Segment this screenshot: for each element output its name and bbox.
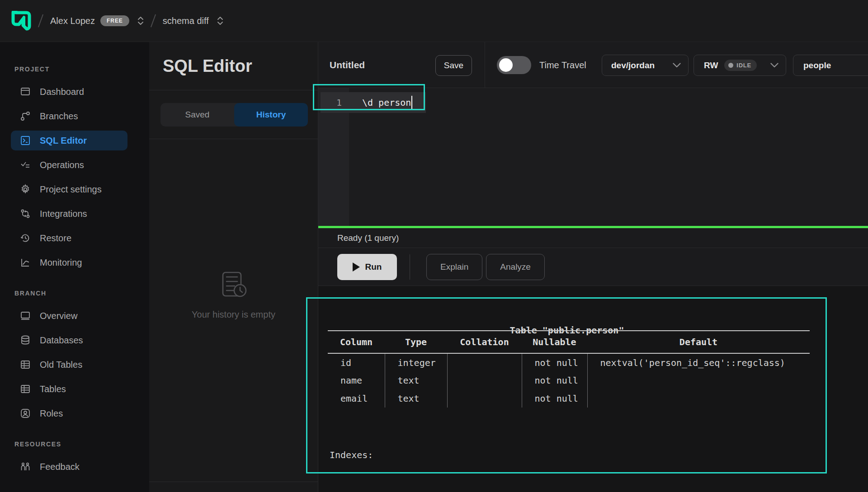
- run-button[interactable]: Run: [337, 254, 397, 280]
- time-travel-toggle[interactable]: [497, 56, 531, 74]
- explain-button[interactable]: Explain: [426, 254, 482, 280]
- sidebar-item-label: Monitoring: [40, 258, 82, 268]
- compute-select[interactable]: RW IDLE: [693, 55, 786, 76]
- overview-icon: [20, 310, 31, 321]
- cell: not null: [522, 353, 587, 371]
- toggle-knob: [499, 58, 513, 72]
- header-divider: [485, 42, 485, 88]
- sidebar-item-tables[interactable]: Tables: [11, 379, 127, 399]
- column-header: Collation: [447, 331, 522, 353]
- status-text: Ready (1 query): [337, 233, 399, 243]
- branch-select[interactable]: dev/jordan: [602, 55, 689, 76]
- button-separator: [410, 254, 410, 280]
- sidebar-item-old-tables[interactable]: Old Tables: [11, 355, 127, 375]
- project-name: schema diff: [163, 16, 209, 26]
- sidebar-item-project-settings[interactable]: Project settings: [11, 179, 127, 199]
- sidebar-item-label: Roles: [40, 408, 63, 419]
- tab-saved[interactable]: Saved: [160, 103, 234, 127]
- chevron-updown-icon[interactable]: [137, 16, 144, 25]
- sidebar-item-overview[interactable]: Overview: [11, 306, 127, 326]
- sql-editor-icon: [20, 135, 31, 146]
- sidebar-item-label: Feedback: [40, 462, 80, 472]
- restore-clock-icon: [20, 233, 31, 244]
- roles-user-icon: [20, 408, 31, 419]
- code-editor[interactable]: 1 \d person: [318, 88, 868, 226]
- neon-logo-icon[interactable]: [11, 11, 31, 31]
- sidebar-section-project: PROJECT: [14, 66, 149, 73]
- cell: not null: [522, 371, 587, 389]
- sidebar-item-label: Operations: [40, 160, 84, 170]
- column-header: Type: [385, 331, 447, 353]
- table-icon: [20, 384, 31, 394]
- column-header: Nullable: [522, 331, 587, 353]
- sidebar-item-operations[interactable]: Operations: [11, 155, 127, 175]
- cell: [587, 371, 810, 389]
- history-empty-state: Your history is empty: [149, 268, 318, 320]
- plan-badge: FREE: [100, 15, 129, 26]
- tab-history[interactable]: History: [234, 103, 308, 127]
- branches-icon: [20, 111, 31, 122]
- sidebar-section-branch: BRANCH: [14, 290, 149, 297]
- cell: [447, 371, 522, 389]
- cell: [587, 389, 810, 408]
- status-badge: IDLE: [724, 60, 757, 71]
- sidebar-item-branches[interactable]: Branches: [11, 106, 127, 126]
- table-row: id integer not null nextval('person_id_s…: [328, 353, 810, 371]
- chevron-down-icon: [770, 63, 778, 68]
- sidebar-item-label: Restore: [40, 233, 71, 244]
- breadcrumb-account[interactable]: Alex Lopez FREE: [50, 15, 144, 26]
- text-cursor: [411, 96, 412, 109]
- sidebar-item-label: Tables: [40, 384, 66, 394]
- status-badge-label: IDLE: [736, 62, 751, 69]
- empty-history-text: Your history is empty: [192, 309, 275, 320]
- sidebar-item-sql-editor[interactable]: SQL Editor: [11, 131, 127, 150]
- panel-divider: [149, 482, 318, 482]
- play-icon: [353, 262, 360, 272]
- sidebar-item-restore[interactable]: Restore: [11, 228, 127, 248]
- indexes-label: Indexes:: [330, 446, 634, 464]
- sidebar-item-label: Project settings: [40, 184, 102, 195]
- sidebar-item-label: Overview: [40, 311, 77, 321]
- run-button-label: Run: [365, 262, 382, 272]
- cell: text: [385, 371, 447, 389]
- analyze-button[interactable]: Analyze: [486, 254, 545, 280]
- settings-gear-icon: [20, 184, 31, 195]
- sidebar-item-label: Dashboard: [40, 87, 84, 97]
- cell: id: [328, 353, 385, 371]
- code-line[interactable]: \d person: [362, 97, 411, 108]
- account-name: Alex Lopez: [50, 16, 95, 26]
- database-icon: [20, 335, 31, 346]
- results-header-row: Column Type Collation Nullable Default: [328, 331, 810, 353]
- top-bar: Alex Lopez FREE schema diff: [0, 0, 868, 42]
- sidebar-item-monitoring[interactable]: Monitoring: [11, 253, 127, 272]
- sidebar-item-roles[interactable]: Roles: [11, 403, 127, 423]
- sidebar-item-label: Integrations: [40, 209, 87, 219]
- cell: text: [385, 389, 447, 408]
- column-header: Default: [587, 331, 810, 353]
- save-button[interactable]: Save: [435, 55, 472, 76]
- saved-history-tabs: Saved History: [160, 103, 308, 127]
- sidebar-item-label: Old Tables: [40, 360, 82, 370]
- query-results: Table "public.person" Column Type Collat…: [318, 286, 868, 492]
- chevron-updown-icon[interactable]: [217, 16, 223, 25]
- cell: name: [328, 371, 385, 389]
- cell: not null: [522, 389, 587, 408]
- editor-header: Untitled Save Time Travel dev/jordan RW …: [318, 42, 868, 88]
- sidebar-item-feedback[interactable]: Feedback: [11, 457, 127, 477]
- breadcrumb-separator: [38, 14, 43, 28]
- sidebar-item-integrations[interactable]: Integrations: [11, 204, 127, 224]
- sidebar-item-dashboard[interactable]: Dashboard: [11, 82, 127, 102]
- cell: nextval('person_id_seq'::regclass): [587, 353, 810, 371]
- query-title[interactable]: Untitled: [330, 60, 365, 70]
- breadcrumb-project[interactable]: schema diff: [163, 16, 223, 26]
- database-select-value: people: [803, 61, 831, 70]
- database-select[interactable]: people: [793, 55, 868, 76]
- sidebar-item-label: SQL Editor: [40, 136, 87, 146]
- table-row: email text not null: [328, 389, 810, 408]
- operations-icon: [20, 159, 31, 170]
- sidebar-item-label: Databases: [40, 335, 83, 346]
- cell: [447, 353, 522, 371]
- sidebar-item-label: Branches: [40, 111, 78, 122]
- empty-history-icon: [217, 268, 251, 302]
- sidebar-item-databases[interactable]: Databases: [11, 330, 127, 350]
